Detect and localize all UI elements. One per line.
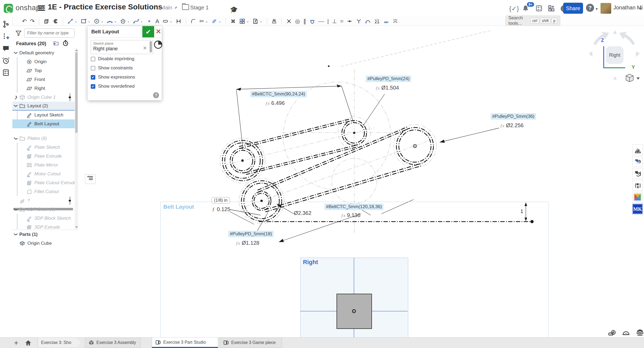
insert-item-icon[interactable] — [2, 33, 10, 41]
sketch-plane-field[interactable]: Sketch plane Right plane ✕ — [91, 40, 153, 54]
dialog-accept-button[interactable]: ✔ — [142, 26, 154, 37]
feature-row-origin-cube-1[interactable]: ❯Origin Cube 1 — [12, 93, 75, 102]
app-mk-icon[interactable]: MK — [632, 204, 643, 214]
mass-properties-icon[interactable] — [636, 329, 644, 337]
feature-row-belt-layout[interactable]: Belt Layout — [12, 119, 75, 128]
chevron-right-icon[interactable]: ❯ — [12, 95, 19, 99]
feature-row-front[interactable]: Front — [12, 75, 75, 84]
user-avatar[interactable] — [600, 3, 611, 14]
pulley-24-value[interactable]: ƒxØ1.504 — [375, 85, 399, 91]
checkbox-icon[interactable] — [91, 57, 95, 61]
graphics-canvas[interactable]: Belt Layout Right #BeltCTC_5mm(90,24,24)… — [78, 26, 644, 337]
line-tool-button[interactable]: ⌄ — [67, 18, 77, 24]
user-menu-caret-icon[interactable]: ▾ — [640, 6, 642, 11]
view-cube[interactable]: Right Z Y — [585, 27, 643, 83]
tape-measure-icon[interactable] — [608, 329, 616, 337]
help-caret-icon[interactable]: ▾ — [596, 6, 598, 11]
symmetric-constraint-button[interactable] — [356, 18, 362, 24]
user-name[interactable]: Jonathan Mi — [613, 5, 643, 11]
midpoint-constraint-button[interactable] — [347, 18, 353, 24]
search-tools-button[interactable]: Search tools... ctrlshiftp — [505, 16, 560, 26]
normal-constraint-button[interactable] — [392, 18, 398, 24]
feature-row-fillet-cutout[interactable]: Fillet Cutout — [12, 187, 75, 196]
dim-one[interactable]: 1 — [520, 209, 523, 214]
scroll-up-icon[interactable] — [75, 49, 78, 51]
vertical-constraint-button[interactable]: | — [327, 18, 329, 24]
pulley-18-value[interactable]: ƒxØ1.128 — [236, 240, 259, 246]
coincident-constraint-button[interactable] — [286, 18, 292, 24]
view-mode-cube-icon[interactable] — [625, 73, 641, 83]
feature-table-panel-icon[interactable] — [632, 168, 643, 179]
tab-exercise-3-assembly[interactable]: Exercise 3 Assembly — [85, 338, 141, 348]
chevron-down-icon[interactable]: ❯ — [12, 51, 19, 55]
feature-tree-scrollbar[interactable] — [75, 48, 78, 229]
help-button[interactable]: ? — [586, 4, 594, 12]
pulley-24-expr[interactable]: #PulleyPD_5mm(24) — [366, 76, 411, 82]
sync-constraint-button[interactable] — [374, 18, 380, 24]
equal-constraint-button[interactable]: = — [340, 18, 343, 24]
feature-row-origin[interactable]: Origin — [12, 57, 75, 66]
checkbox-show-overdefined[interactable]: ✔Show overdefined — [91, 84, 135, 89]
scroll-down-icon[interactable] — [75, 226, 78, 228]
history-icon[interactable] — [2, 57, 10, 65]
horizontal-constraint-button[interactable]: — — [319, 18, 324, 24]
checkbox-show-expressions[interactable]: ✔Show expressions — [91, 74, 135, 80]
parallel-constraint-button[interactable]: ∥ — [303, 18, 306, 24]
home-tab-button[interactable] — [25, 339, 32, 347]
appearance-panel-icon[interactable] — [632, 144, 643, 155]
versions-icon[interactable] — [2, 20, 10, 29]
checkbox-show-constraints[interactable]: Show constraints — [91, 65, 133, 71]
protractor-icon[interactable] — [622, 329, 630, 337]
mirror-tool-button[interactable] — [230, 18, 236, 24]
dialog-help-icon[interactable]: ? — [153, 92, 159, 98]
measure-tool-button[interactable] — [271, 18, 277, 24]
insert-tab-button[interactable]: + — [14, 339, 18, 347]
view-cube-face[interactable]: Right — [606, 46, 624, 64]
feature-row-plates-6-[interactable]: ❯Plates (6) — [12, 134, 75, 143]
sketch-list-flyout-button[interactable] — [85, 174, 96, 184]
belt-ctc-120-expr[interactable]: #BeltCTC_5mm(120,18,36) — [324, 204, 383, 210]
extrude-tool-button[interactable] — [44, 18, 49, 24]
perpendicular-constraint-button[interactable]: ⊥ — [332, 18, 337, 24]
clear-selection-icon[interactable]: ✕ — [143, 45, 147, 51]
dialog-cancel-button[interactable]: ✕ — [155, 26, 162, 37]
fillet-tool-button[interactable] — [190, 18, 196, 24]
circle-tool-button[interactable]: ⌄ — [94, 18, 104, 24]
add-folder-icon[interactable] — [53, 40, 59, 46]
unit-tooltip[interactable]: (1/8) in — [212, 197, 230, 204]
document-title[interactable]: 1E - Practice Exercise Solutions — [48, 3, 162, 11]
feature-row-plate-mirror[interactable]: Plate Mirror — [12, 161, 75, 169]
rollback-history-icon[interactable] — [62, 40, 69, 46]
dxf-import-tool-button[interactable]: DXF⌄ — [252, 18, 262, 24]
slot-tool-button[interactable]: ⌄ — [162, 18, 172, 24]
tangent-constraint-button[interactable] — [309, 18, 315, 24]
origin-point[interactable] — [352, 309, 356, 313]
belt-ctc-90-expr[interactable]: #BeltCTC_5mm(90,24,24) — [250, 91, 307, 97]
pulley-18-expr[interactable]: #PulleyPD_5mm(18) — [228, 231, 274, 237]
filter-icon[interactable] — [16, 30, 21, 37]
feature-row-right[interactable]: Right — [12, 84, 75, 93]
configurations-panel-icon[interactable] — [632, 156, 643, 167]
variables-panel-icon[interactable] — [632, 180, 643, 191]
app-pinwheel-icon[interactable] — [632, 192, 643, 203]
feature-row-motor-cutout[interactable]: Motor Cutout — [12, 169, 75, 178]
learning-cap-icon[interactable]: 🎓 — [230, 6, 238, 13]
pulley-36-expr[interactable]: #PulleyPD_5mm(36) — [491, 113, 536, 120]
sketch-tool-button[interactable] — [53, 18, 59, 24]
feature-row-3dp-extrude[interactable]: 3DP Extrude — [12, 223, 75, 229]
opposite-direction-icon[interactable] — [154, 40, 163, 49]
trim-tool-button[interactable]: ✂⌄ — [200, 18, 208, 24]
feature-row-plate-sketch[interactable]: Plate Sketch — [12, 143, 75, 152]
belt-ctc-120-value[interactable]: ƒx9.136 — [341, 212, 360, 218]
chevron-down-icon[interactable]: ❯ — [12, 104, 19, 108]
part-row-origin-cube[interactable]: Origin Cube — [12, 239, 82, 248]
undo-button[interactable]: ↶ — [22, 18, 27, 24]
feature-row-default-geometry[interactable]: ❯Default geometry — [12, 48, 75, 57]
fix-constraint-button[interactable] — [383, 18, 389, 24]
text-tool-button[interactable]: A — [155, 18, 159, 24]
comment-icon[interactable] — [2, 45, 10, 53]
chevron-down-icon[interactable]: ❯ — [12, 136, 19, 140]
redo-button[interactable]: ↷ — [30, 18, 35, 24]
curvature-constraint-button[interactable] — [365, 18, 371, 24]
cut-list-icon[interactable] — [2, 69, 10, 77]
